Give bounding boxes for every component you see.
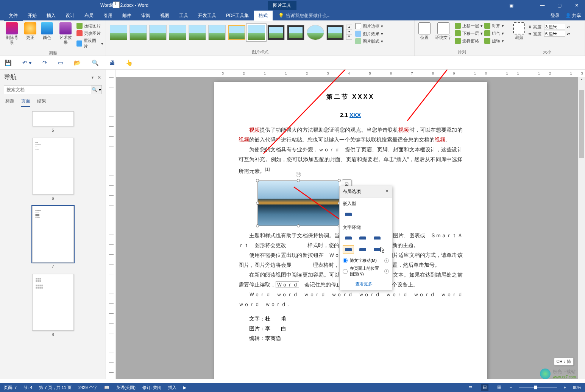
wrap-through-icon[interactable] [371, 234, 383, 242]
rotate-handle[interactable]: ⟲ [296, 172, 301, 177]
resize-handle[interactable] [256, 202, 259, 205]
tab-layout[interactable]: 布局 [80, 11, 98, 21]
tab-references[interactable]: 引用 [98, 11, 117, 21]
tell-me[interactable]: 💡 告诉我您想要做什么... [278, 12, 331, 19]
picture-styles-gallery[interactable]: ▴▾≡ [108, 22, 354, 43]
resize-handle[interactable] [297, 179, 300, 182]
tab-review[interactable]: 审阅 [136, 11, 155, 21]
open-icon[interactable]: 📂 [74, 59, 81, 66]
tab-tools[interactable]: 工具 [174, 11, 193, 21]
view-print-icon[interactable]: ▤ [481, 384, 488, 391]
wrap-topbottom-icon[interactable] [343, 245, 354, 254]
status-track[interactable]: 修订: 关闭 [142, 385, 161, 390]
change-picture-button[interactable]: 更改图片 [76, 30, 103, 37]
move-with-text-radio[interactable]: 随文字移动(M)i [340, 257, 392, 264]
tab-view[interactable]: 视图 [155, 11, 174, 21]
resize-handle[interactable] [256, 224, 259, 227]
share-button[interactable]: 👤 共享 [565, 12, 581, 19]
tab-insert[interactable]: 插入 [42, 11, 61, 21]
style-thumb[interactable] [267, 25, 285, 40]
tab-design[interactable]: 设计 [61, 11, 80, 21]
corrections-button[interactable]: 更正 [23, 22, 38, 41]
see-more-link[interactable]: 查看更多... [356, 282, 376, 286]
style-thumb[interactable] [189, 25, 206, 40]
close-button[interactable]: ✕ [568, 0, 585, 11]
ime-indicator[interactable]: CH ♪ 简 [554, 358, 574, 366]
vertical-scrollbar[interactable]: ▴ [578, 77, 585, 379]
height-input[interactable] [544, 24, 565, 30]
remove-background-button[interactable]: 删除背景 [2, 22, 21, 46]
wrap-behind-icon[interactable] [357, 245, 368, 254]
document-page[interactable]: 第二节 XXXX 2.1 XXX 视频提供了功能强大的方法帮助您证明您的观点。当… [214, 82, 487, 379]
search-input[interactable] [4, 86, 91, 94]
wrap-text-button[interactable]: 环绕文字 [434, 22, 453, 41]
tab-home[interactable]: 开始 [23, 11, 42, 21]
redo-icon[interactable]: ↷ [42, 59, 47, 66]
selection-pane-button[interactable]: 选择窗格 [455, 37, 483, 44]
status-section[interactable]: 节: 4 [23, 385, 32, 390]
tab-format[interactable]: 格式 [254, 11, 273, 21]
horizontal-ruler[interactable]: 3 2 1 1 2 3 4 5 6 7 8 9 10 11 12 13 14 1… [116, 70, 585, 77]
style-thumb-selected[interactable] [228, 25, 245, 40]
style-thumb[interactable] [129, 25, 147, 40]
popup-close-icon[interactable]: ✕ [385, 188, 389, 195]
ribbon-options-icon[interactable]: ▣ [505, 3, 517, 8]
page-thumb[interactable]: ▪▪▪▪▪▪▪▪▪▪▪▪▪▪▪▪▪▪▪▪ [32, 138, 74, 194]
width-input[interactable] [544, 31, 565, 37]
zoom-slider[interactable] [519, 387, 557, 388]
status-language[interactable]: 英语(美国) [116, 385, 136, 390]
send-backward-button[interactable]: 下移一层 ▾ [455, 30, 483, 37]
group-button[interactable]: 组合 ▾ [484, 30, 504, 37]
style-thumb[interactable] [326, 25, 344, 40]
ruler-tab-selector[interactable]: L [113, 2, 120, 8]
style-thumb[interactable] [110, 25, 127, 40]
status-page-of[interactable]: 第 7 页，共 11 页 [39, 385, 72, 390]
touch-mode-icon[interactable]: 👆 [126, 59, 133, 66]
nav-close-icon[interactable]: ✕ [97, 75, 101, 80]
tab-pdf[interactable]: PDF工具集 [221, 11, 254, 21]
print-icon[interactable]: 🖶 [109, 59, 115, 66]
status-page[interactable]: 页面: 7 [4, 385, 17, 390]
position-button[interactable]: 位置 [417, 22, 432, 41]
nav-dropdown-icon[interactable]: ▼ [91, 76, 94, 79]
vertical-ruler[interactable] [106, 70, 116, 379]
color-button[interactable]: 颜色 [39, 22, 55, 41]
resize-handle[interactable] [297, 224, 300, 227]
zoom-value[interactable]: 90% [573, 385, 581, 390]
nav-tab-results[interactable]: 结果 [37, 98, 46, 107]
align-button[interactable]: 对齐 ▾ [484, 22, 504, 29]
picture-effects-button[interactable]: 图片效果 ▾ [355, 30, 383, 37]
minimize-button[interactable]: — [534, 0, 551, 11]
picture-border-button[interactable]: 图片边框 ▾ [355, 23, 383, 30]
zoom-out-icon[interactable]: − [510, 385, 512, 390]
style-thumb[interactable] [208, 25, 226, 40]
save-icon[interactable]: 💾 [5, 59, 12, 66]
view-web-icon[interactable]: ▦ [495, 384, 503, 391]
status-insert[interactable]: 插入 [168, 385, 176, 390]
fixed-position-radio[interactable]: 在页面上的位置固定(N)i [340, 264, 392, 278]
page-thumb[interactable] [32, 111, 74, 126]
reset-picture-button[interactable]: 重设图片 ▾ [76, 37, 103, 50]
nav-tab-pages[interactable]: 页面 [21, 98, 30, 107]
selected-image[interactable]: ⟲ ⊡ [257, 180, 339, 226]
tab-mailings[interactable]: 邮件 [117, 11, 136, 21]
view-read-icon[interactable]: ▭ [466, 384, 474, 391]
crop-button[interactable]: 裁剪 [512, 22, 527, 41]
maximize-button[interactable]: ▢ [551, 0, 568, 11]
style-thumb[interactable] [169, 25, 186, 40]
bring-forward-button[interactable]: 上移一层 ▾ [455, 22, 483, 29]
artistic-effects-button[interactable]: 艺术效果 [56, 22, 75, 46]
status-spell-icon[interactable]: 📖 [104, 385, 109, 390]
new-icon[interactable]: ▭ [58, 59, 63, 66]
zoom-in-icon[interactable]: + [564, 385, 566, 390]
gallery-scroll[interactable]: ▴▾≡ [346, 25, 352, 40]
resize-handle[interactable] [256, 179, 259, 182]
status-word-count[interactable]: 2429 个字 [78, 385, 97, 390]
tab-developer[interactable]: 开发工具 [193, 11, 221, 21]
tab-file[interactable]: 文件 [4, 11, 23, 21]
style-thumb[interactable] [149, 25, 167, 40]
style-thumb[interactable] [287, 25, 304, 40]
search-button[interactable]: 🔍 ▾ [91, 86, 101, 94]
undo-icon[interactable]: ↶ ▾ [22, 59, 32, 66]
status-macro-icon[interactable]: ▶ [183, 385, 186, 390]
